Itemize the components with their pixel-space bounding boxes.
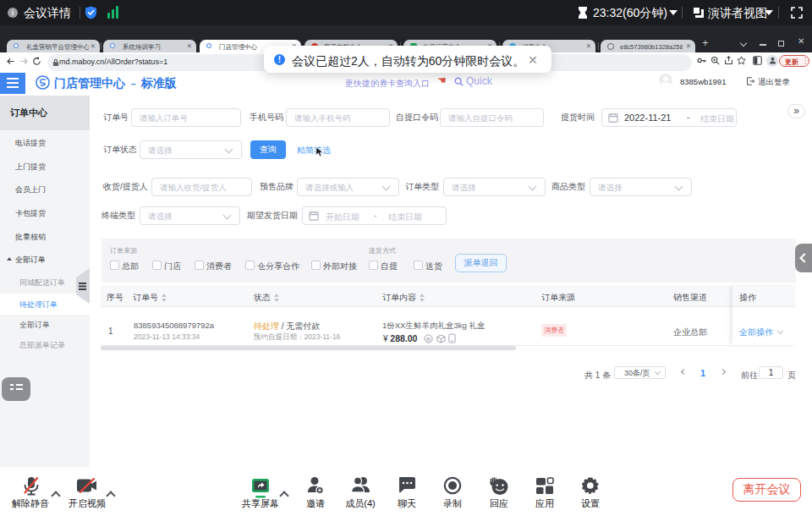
svg-text:圆: 圆	[426, 337, 431, 343]
